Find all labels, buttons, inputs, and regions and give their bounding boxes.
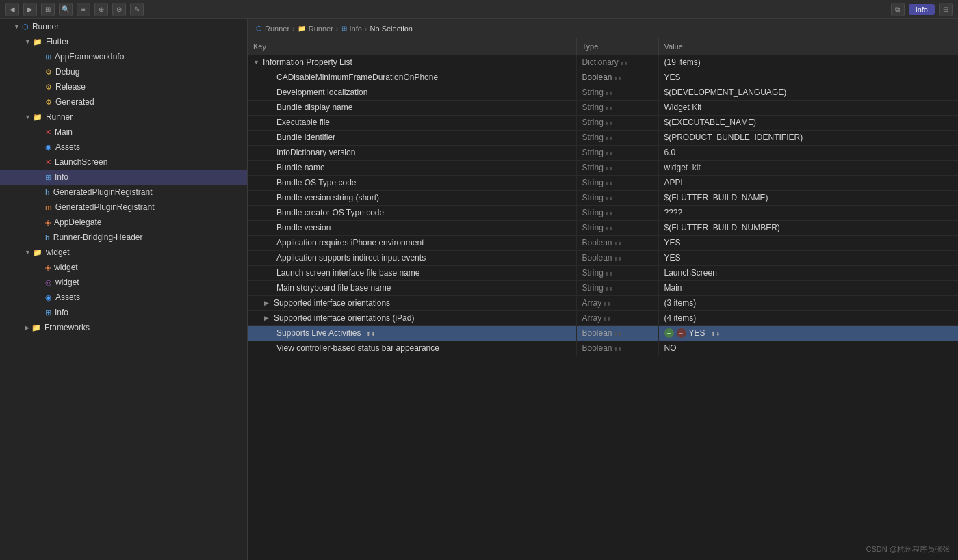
sidebar-item-appframeworkinfo[interactable]: ⊞ AppFrameworkInfo (0, 49, 247, 64)
value-label-bundle-version-string: $(FLUTTER_BUILD_NAME) (664, 193, 768, 202)
table-row[interactable]: Application requires iPhone environmentB… (248, 235, 958, 250)
widget-info-icon: ⊞ (45, 308, 51, 317)
table-row[interactable]: Main storyboard file base nameString⬆⬇Ma… (248, 280, 958, 295)
toolbar-btn-6[interactable]: ⊕ (94, 3, 108, 16)
expand-arrow-supported-orientations[interactable]: ▶ (264, 299, 271, 306)
table-row[interactable]: View controller-based status bar appeara… (248, 341, 958, 356)
type-cell-exec-file: String⬆⬇ (576, 115, 658, 130)
type-stepper-info-prop-list[interactable]: ⬆⬇ (620, 57, 628, 67)
sidebar-item-runner-root[interactable]: ▼ ⬡ Runner (0, 19, 247, 34)
toolbar-btn-1[interactable]: ◀ (5, 3, 19, 16)
sidebar-item-generated[interactable]: ⚙ Generated (0, 94, 247, 109)
type-stepper-main-storyboard[interactable]: ⬆⬇ (605, 283, 613, 293)
type-stepper-exec-file[interactable]: ⬆⬇ (605, 118, 613, 127)
sidebar-item-gpr-h[interactable]: h GeneratedPluginRegistrant (0, 185, 247, 200)
table-row[interactable]: Supports Live Activities⬆⬇Boolean⬆⬇+−YES… (248, 325, 958, 341)
type-stepper-ca-disable[interactable]: ⬆⬇ (614, 72, 622, 82)
expand-arrow-info-prop-list[interactable]: ▼ (253, 59, 260, 66)
toolbar-btn-folder[interactable]: ⊞ (41, 3, 55, 16)
key-label-view-controller-status-bar: View controller-based status bar appeara… (276, 343, 439, 353)
sidebar-item-frameworks[interactable]: ▶ 📁 Frameworks (0, 320, 247, 335)
sidebar-item-debug[interactable]: ⚙ Debug (0, 64, 247, 79)
runner-group-arrow: ▼ (25, 114, 31, 120)
table-row[interactable]: Bundle creator OS Type codeString⬆⬇???? (248, 205, 958, 220)
type-stepper-bundle-creator-os[interactable]: ⬆⬇ (605, 208, 613, 217)
table-row[interactable]: Bundle identifierString⬆⬇$(PRODUCT_BUNDL… (248, 130, 958, 145)
table-row[interactable]: CADisableMinimumFrameDurationOnPhoneBool… (248, 70, 958, 85)
type-stepper-bundle-version[interactable]: ⬆⬇ (605, 223, 613, 232)
key-label-bundle-creator-os: Bundle creator OS Type code (276, 208, 384, 217)
table-row[interactable]: ▶Supported interface orientationsArray⬆⬇… (248, 295, 958, 310)
table-row[interactable]: Bundle version string (short)String⬆⬇$(F… (248, 190, 958, 205)
type-stepper-bundle-name[interactable]: ⬆⬇ (605, 163, 613, 172)
key-stepper-supports-live-activities[interactable]: ⬆⬇ (363, 328, 376, 338)
type-stepper-supported-orientations[interactable]: ⬆⬇ (603, 298, 611, 308)
table-row[interactable]: Bundle nameString⬆⬇widget_kit (248, 160, 958, 175)
sidebar-item-widget-group[interactable]: ▼ 📁 widget (0, 245, 247, 260)
toolbar-btn-2[interactable]: ▶ (23, 3, 37, 16)
expand-arrow-supported-orientations-ipad[interactable]: ▶ (264, 315, 271, 321)
type-stepper-view-controller-status-bar[interactable]: ⬆⬇ (614, 343, 622, 353)
sidebar-item-launchscreen[interactable]: ✕ LaunchScreen (0, 155, 247, 170)
toolbar-btn-5[interactable]: ≡ (77, 3, 90, 16)
type-stepper-infodict-version[interactable]: ⬆⬇ (605, 148, 613, 157)
type-stepper-bundle-display-name[interactable]: ⬆⬇ (605, 103, 613, 112)
appdelegate-icon: ◈ (45, 218, 51, 227)
type-label-supported-orientations: Array (582, 298, 602, 308)
key-label-bundle-identifier: Bundle identifier (276, 133, 335, 142)
type-label-bundle-display-name: String (582, 103, 604, 112)
table-row[interactable]: Launch screen interface file base nameSt… (248, 265, 958, 280)
table-row[interactable]: Bundle OS Type codeString⬆⬇APPL (248, 175, 958, 190)
type-stepper-bundle-version-string[interactable]: ⬆⬇ (605, 193, 613, 202)
type-stepper-dev-localization[interactable]: ⬆⬇ (605, 88, 613, 97)
type-stepper-supported-orientations-ipad[interactable]: ⬆⬇ (603, 313, 611, 323)
tab-info[interactable]: Info (909, 4, 935, 15)
sidebar-item-gpr-m[interactable]: m GeneratedPluginRegistrant (0, 200, 247, 215)
sidebar-item-main[interactable]: ✕ Main (0, 124, 247, 139)
key-cell-exec-file: Executable file (248, 115, 576, 130)
sidebar-item-widget-assets[interactable]: ◉ Assets (0, 290, 247, 305)
toolbar-btn-8[interactable]: ✎ (130, 3, 144, 16)
type-stepper-bundle-os-type[interactable]: ⬆⬇ (605, 178, 613, 187)
sidebar-item-widget-info[interactable]: ⊞ Info (0, 305, 247, 320)
sidebar-item-assets[interactable]: ◉ Assets (0, 139, 247, 155)
sidebar-item-flutter[interactable]: ▼ 📁 Flutter (0, 34, 247, 49)
key-label-infodict-version: InfoDictionary version (276, 148, 355, 157)
sidebar-item-info-label: Info (55, 172, 68, 182)
sidebar-item-runner-group[interactable]: ▼ 📁 Runner (0, 109, 247, 124)
sidebar-item-widget-swift[interactable]: ◈ widget (0, 260, 247, 275)
table-row[interactable]: Application supports indirect input even… (248, 250, 958, 265)
sidebar-item-widget-assets-label: Assets (55, 293, 80, 302)
sidebar-item-release[interactable]: ⚙ Release (0, 79, 247, 94)
table-row[interactable]: ▶Supported interface orientations (iPad)… (248, 310, 958, 325)
table-row[interactable]: Bundle versionString⬆⬇$(FLUTTER_BUILD_NU… (248, 220, 958, 235)
table-row[interactable]: Development localizationString⬆⬇$(DEVELO… (248, 85, 958, 100)
key-cell-supported-orientations-ipad: ▶Supported interface orientations (iPad) (248, 310, 576, 325)
sidebar-item-info[interactable]: ⊞ Info (0, 170, 247, 185)
table-row[interactable]: InfoDictionary versionString⬆⬇6.0 (248, 145, 958, 160)
value-label-info-prop-list: (19 items) (664, 57, 701, 67)
value-stepper-supports-live-activities[interactable]: ⬆⬇ (708, 328, 721, 338)
type-stepper-app-supports-indirect[interactable]: ⬆⬇ (614, 253, 622, 263)
appframeworkinfo-icon: ⊞ (45, 53, 51, 62)
type-stepper-launch-screen[interactable]: ⬆⬇ (605, 268, 613, 278)
type-stepper-app-requires-iphone[interactable]: ⬆⬇ (614, 238, 622, 248)
toolbar-btn-7[interactable]: ⊘ (112, 3, 126, 16)
toolbar-btn-inspector[interactable]: ⊟ (939, 3, 953, 16)
remove-btn-supports-live-activities[interactable]: − (677, 328, 686, 338)
toolbar-btn-search[interactable]: 🔍 (59, 3, 73, 16)
type-stepper-supports-live-activities[interactable]: ⬆⬇ (614, 328, 622, 338)
sidebar-item-appdelegate[interactable]: ◈ AppDelegate (0, 215, 247, 230)
table-row[interactable]: Executable fileString⬆⬇$(EXECUTABLE_NAME… (248, 115, 958, 130)
sidebar-item-bridging[interactable]: h Runner-Bridging-Header (0, 230, 247, 245)
sidebar-item-widget-intent[interactable]: ◎ widget (0, 275, 247, 290)
toolbar-btn-split[interactable]: ⧉ (891, 3, 905, 16)
add-btn-supports-live-activities[interactable]: + (664, 328, 674, 338)
type-stepper-bundle-identifier[interactable]: ⬆⬇ (605, 133, 613, 142)
type-cell-app-supports-indirect: Boolean⬆⬇ (576, 250, 658, 265)
value-label-bundle-name: widget_kit (664, 163, 701, 172)
key-label-bundle-version: Bundle version (276, 223, 331, 232)
value-cell-supported-orientations: (3 items) (658, 295, 958, 310)
table-row[interactable]: Bundle display nameString⬆⬇Widget Kit (248, 100, 958, 115)
table-row[interactable]: ▼Information Property ListDictionary⬆⬇(1… (248, 55, 958, 70)
